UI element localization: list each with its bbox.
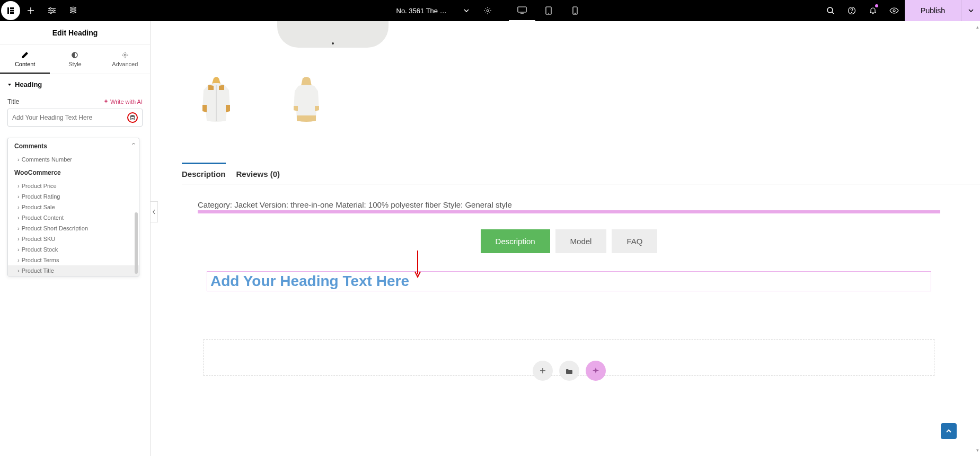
topbar-left [0,0,84,21]
svg-line-20 [832,12,834,14]
elementor-logo[interactable] [1,1,20,20]
preview-button[interactable] [884,0,905,21]
svg-point-11 [50,12,52,14]
svg-rect-3 [10,12,14,14]
topbar-right: Publish [820,0,980,21]
svg-point-22 [852,12,852,13]
svg-rect-2 [10,10,14,12]
svg-rect-0 [7,7,9,14]
svg-point-12 [487,10,489,12]
publish-button[interactable]: Publish [905,0,961,21]
device-desktop[interactable] [509,0,535,21]
structure-button[interactable] [63,0,84,21]
svg-point-23 [893,10,895,12]
svg-rect-13 [518,7,526,12]
search-button[interactable] [820,0,841,21]
notifications-button[interactable] [862,0,884,21]
page-settings-button[interactable] [477,0,498,21]
doc-dropdown[interactable] [456,0,477,21]
publish-options[interactable] [961,0,980,21]
svg-point-19 [827,7,833,13]
device-tablet[interactable] [535,0,562,21]
site-settings-button[interactable] [41,0,63,21]
help-button[interactable] [841,0,862,21]
topbar: No. 3561 The No… Publish [0,0,980,21]
add-element-button[interactable] [20,0,41,21]
svg-point-18 [575,13,575,14]
device-mobile[interactable] [562,0,588,21]
topbar-center: No. 3561 The No… [392,0,588,21]
svg-point-9 [53,10,55,12]
svg-rect-1 [10,7,14,9]
document-title[interactable]: No. 3561 The No… [392,7,456,15]
notification-dot [875,4,878,7]
svg-point-7 [50,8,51,10]
